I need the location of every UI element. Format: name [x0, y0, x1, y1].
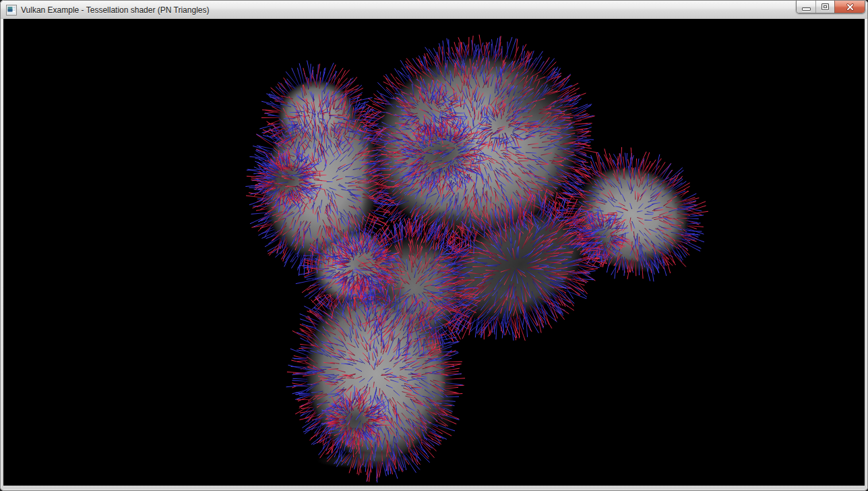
close-icon	[846, 3, 855, 11]
window-title: Vulkan Example - Tessellation shader (PN…	[21, 5, 209, 15]
minimize-button[interactable]	[797, 1, 815, 13]
vulkan-render-canvas[interactable]	[3, 19, 865, 486]
app-window: Vulkan Example - Tessellation shader (PN…	[0, 0, 868, 491]
close-button[interactable]	[834, 1, 865, 13]
app-icon	[6, 5, 17, 16]
render-viewport[interactable]	[3, 19, 865, 486]
maximize-button[interactable]	[815, 1, 834, 13]
titlebar[interactable]: Vulkan Example - Tessellation shader (PN…	[1, 1, 867, 19]
window-controls	[796, 1, 865, 13]
minimize-icon	[802, 7, 811, 11]
maximize-icon	[822, 3, 829, 10]
